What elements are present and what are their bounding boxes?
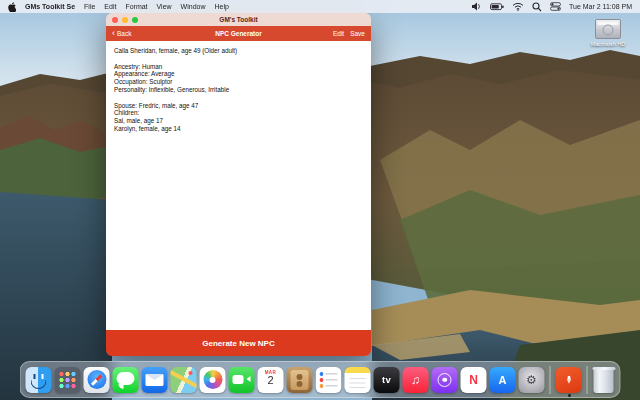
dock-photos-icon[interactable] [200,367,226,393]
menu-view[interactable]: View [157,3,172,10]
dock-finder-icon[interactable] [26,367,52,393]
news-label: N [469,373,478,387]
dock-contacts-icon[interactable] [287,367,313,393]
dock-separator [550,366,551,394]
generate-new-npc-button[interactable]: Generate New NPC [106,330,371,356]
calendar-day-label: 2 [267,375,273,386]
menu-bar: GMs Toolkit Se File Edit Format View Win… [0,0,640,13]
save-button[interactable]: Save [350,30,365,37]
npc-children-label-line: Children: [114,109,363,117]
dock-notes-icon[interactable] [345,367,371,393]
dock-podcasts-icon[interactable] [432,367,458,393]
back-label: Back [117,30,131,37]
dock-separator [587,366,588,394]
menu-help[interactable]: Help [215,3,229,10]
dock-calendar-icon[interactable]: MAR 2 [258,367,284,393]
desktop-disk-icon[interactable]: Macintosh HD [588,19,628,47]
battery-icon[interactable] [490,3,504,11]
wifi-icon[interactable] [512,2,524,11]
dock: MAR 2 tv ♫ N A ⚙ ✒ [20,361,621,398]
dock-gms-toolkit-icon[interactable]: ✒ [556,367,582,393]
appstore-label: A [499,374,507,386]
dock-launchpad-icon[interactable] [55,367,81,393]
disk-label: Macintosh HD [588,41,628,47]
spotlight-icon[interactable] [532,2,542,12]
nav-title: NPC Generator [106,30,371,37]
window-title: GM's Toolkit [106,16,371,23]
dock-system-preferences-icon[interactable]: ⚙ [519,367,545,393]
edit-button[interactable]: Edit [333,30,344,37]
chevron-left-icon: ‹ [112,29,115,38]
running-indicator [569,394,572,397]
menu-edit[interactable]: Edit [104,3,116,10]
dock-facetime-icon[interactable] [229,367,255,393]
npc-spouse-line: Spouse: Fredric, male, age 47 [114,102,363,110]
npc-appearance-line: Appearance: Average [114,70,363,78]
menubar-clock[interactable]: Tue Mar 2 11:08 PM [569,3,632,10]
npc-occupation-line: Occupation: Sculptor [114,78,363,86]
menu-format[interactable]: Format [125,3,147,10]
dock-news-icon[interactable]: N [461,367,487,393]
hard-drive-icon [595,19,621,39]
gear-icon: ⚙ [526,373,537,387]
npc-blank-line [114,94,363,102]
npc-summary-line: Calla Sheridan, female, age 49 (Older ad… [114,47,363,55]
dock-safari-icon[interactable] [84,367,110,393]
dock-appstore-icon[interactable]: A [490,367,516,393]
music-note-icon: ♫ [411,373,420,387]
window-titlebar[interactable]: GM's Toolkit [106,13,371,26]
npc-blank-line [114,55,363,63]
dock-maps-icon[interactable] [171,367,197,393]
tv-label: tv [382,374,391,385]
app-window: GM's Toolkit ‹ Back NPC Generator Edit S… [106,13,371,356]
dock-messages-icon[interactable] [113,367,139,393]
apple-menu-icon[interactable] [8,2,16,12]
npc-ancestry-line: Ancestry: Human [114,63,363,71]
dock-music-icon[interactable]: ♫ [403,367,429,393]
quill-icon: ✒ [562,375,575,384]
volume-icon[interactable] [471,2,482,11]
menu-window[interactable]: Window [181,3,206,10]
npc-personality-line: Personality: Inflexible, Generous, Irrit… [114,86,363,94]
menubar-app-name[interactable]: GMs Toolkit Se [25,3,75,10]
dock-reminders-icon[interactable] [316,367,342,393]
back-button[interactable]: ‹ Back [112,30,131,38]
desktop: GMs Toolkit Se File Edit Format View Win… [0,0,640,400]
menu-file[interactable]: File [84,3,95,10]
npc-content: Calla Sheridan, female, age 49 (Older ad… [106,41,371,330]
control-center-icon[interactable] [550,2,561,11]
dock-trash-icon[interactable] [594,367,614,393]
nav-bar: ‹ Back NPC Generator Edit Save [106,26,371,41]
npc-child-1-line: Sal, male, age 17 [114,117,363,125]
dock-appletv-icon[interactable]: tv [374,367,400,393]
npc-child-2-line: Karolyn, female, age 14 [114,125,363,133]
dock-mail-icon[interactable] [142,367,168,393]
